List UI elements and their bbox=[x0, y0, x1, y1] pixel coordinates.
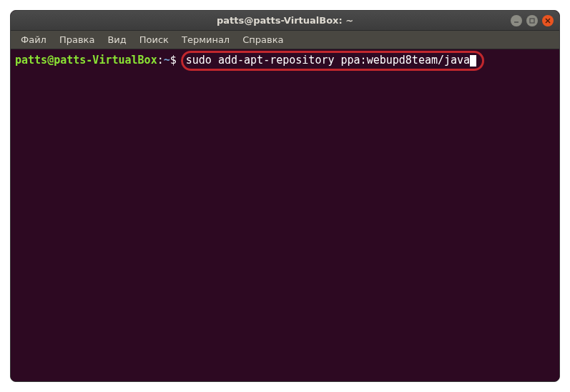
prompt-user: patts@patts-VirtualBox bbox=[15, 54, 157, 68]
prompt-dollar: $ bbox=[170, 54, 177, 68]
prompt-line: patts@patts-VirtualBox:~$ sudo add-apt-r… bbox=[15, 51, 555, 71]
menu-file[interactable]: Файл bbox=[15, 32, 52, 47]
menu-view[interactable]: Вид bbox=[102, 32, 132, 47]
prompt-colon: : bbox=[157, 54, 164, 68]
menu-help[interactable]: Справка bbox=[237, 32, 289, 47]
cursor-icon bbox=[470, 55, 476, 67]
prompt-path: ~ bbox=[164, 54, 170, 68]
menu-terminal[interactable]: Терминал bbox=[176, 32, 235, 47]
window-title: patts@patts-VirtualBox: ~ bbox=[217, 15, 353, 26]
terminal-body[interactable]: patts@patts-VirtualBox:~$ sudo add-apt-r… bbox=[11, 49, 559, 381]
command-highlight: sudo add-apt-repository ppa:webupd8team/… bbox=[181, 51, 484, 71]
command-text: sudo add-apt-repository ppa:webupd8team/… bbox=[186, 54, 470, 68]
terminal-window: patts@patts-VirtualBox: ~ Файл Правка Ви… bbox=[10, 10, 560, 382]
close-button[interactable] bbox=[542, 15, 554, 26]
window-controls bbox=[511, 15, 554, 26]
titlebar: patts@patts-VirtualBox: ~ bbox=[11, 11, 559, 31]
minimize-button[interactable] bbox=[511, 15, 522, 26]
svg-rect-1 bbox=[530, 19, 534, 23]
menubar: Файл Правка Вид Поиск Терминал Справка bbox=[11, 31, 559, 49]
maximize-button[interactable] bbox=[526, 15, 538, 26]
menu-edit[interactable]: Правка bbox=[54, 32, 100, 47]
menu-search[interactable]: Поиск bbox=[134, 32, 175, 47]
